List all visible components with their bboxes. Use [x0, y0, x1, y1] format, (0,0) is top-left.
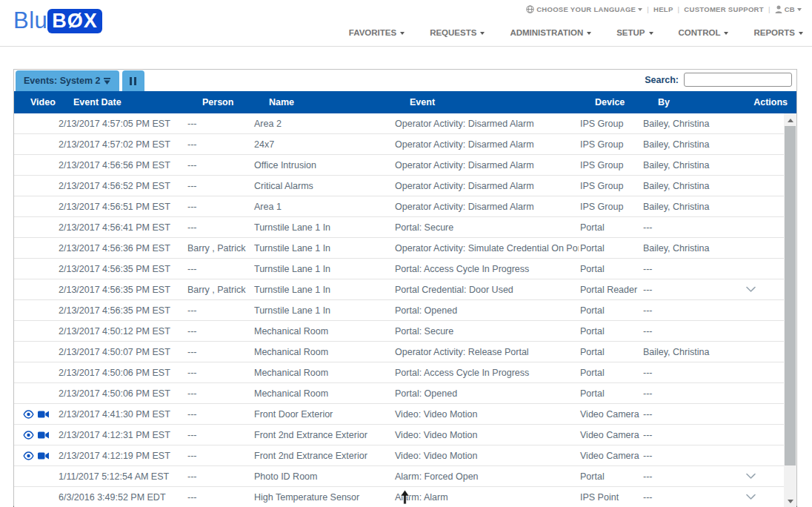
name-cell: Turnstile Lane 1 In: [253, 222, 393, 233]
table-row[interactable]: 2/13/2017 4:50:12 PM EST --- Mechanical …: [14, 321, 784, 342]
event-cell: Operator Activity: Release Portal: [393, 347, 579, 357]
search-input[interactable]: [684, 73, 792, 87]
device-cell: Portal: [579, 347, 642, 357]
event-date-cell: 2/13/2017 4:50:06 PM EST: [57, 388, 186, 399]
column-header-event[interactable]: Event: [393, 97, 579, 107]
column-header-video[interactable]: Video: [14, 97, 57, 107]
device-cell: Portal Reader: [579, 285, 642, 295]
actions-cell: [731, 286, 784, 293]
table-row[interactable]: 2/13/2017 4:56:51 PM EST --- Area 1 Oper…: [14, 196, 784, 217]
event-date-cell: 2/13/2017 4:12:19 PM EST: [57, 451, 186, 461]
person-cell: ---: [186, 264, 253, 274]
nav-item-reports[interactable]: REPORTS: [753, 28, 803, 37]
video-camera-icon[interactable]: [38, 451, 49, 460]
events-panel: Events: System 2 Search: Video Event Dat…: [13, 69, 797, 507]
table-row[interactable]: 2/13/2017 4:57:05 PM EST --- Area 2 Oper…: [14, 113, 784, 134]
tab-events-system-2[interactable]: Events: System 2: [16, 70, 119, 91]
nav-item-setup[interactable]: SETUP: [616, 28, 653, 37]
event-cell: Video: Video Motion: [393, 430, 579, 440]
event-date-cell: 2/13/2017 4:50:06 PM EST: [57, 368, 186, 378]
by-cell: Bailey, Christina: [642, 119, 731, 129]
vertical-scrollbar[interactable]: [784, 113, 796, 507]
help-link[interactable]: HELP: [653, 5, 673, 13]
events-table: Video Event Date Person Name Event Devic…: [14, 91, 796, 507]
scrollbar-thumb[interactable]: [785, 126, 796, 465]
chevron-down-icon[interactable]: [745, 286, 756, 293]
device-cell: IPS Group: [579, 160, 642, 170]
scrollbar-up-icon[interactable]: [784, 113, 796, 126]
user-menu[interactable]: CB: [775, 5, 802, 13]
device-cell: Portal: [579, 305, 642, 316]
blubox-logo[interactable]: Blu BØX: [13, 7, 102, 34]
language-menu[interactable]: CHOOSE YOUR LANGUAGE: [526, 5, 642, 13]
column-header-name[interactable]: Name: [253, 97, 393, 107]
by-cell: Bailey, Christina: [642, 160, 731, 170]
column-header-person[interactable]: Person: [186, 97, 253, 107]
scrollbar-down-icon[interactable]: [784, 495, 796, 507]
table-row[interactable]: 2/13/2017 4:41:30 PM EST --- Front Door …: [14, 404, 784, 425]
caret-down-icon: [649, 32, 653, 37]
table-row[interactable]: 2/13/2017 4:12:19 PM EST --- Front 2nd E…: [14, 445, 784, 466]
person-cell: ---: [186, 326, 253, 337]
event-date-cell: 2/13/2017 4:50:12 PM EST: [57, 326, 186, 337]
name-cell: Critical Alarms: [253, 181, 393, 191]
device-cell: Video Camera: [579, 430, 642, 440]
table-row[interactable]: 2/13/2017 4:50:06 PM EST --- Mechanical …: [14, 383, 784, 404]
video-camera-icon[interactable]: [38, 431, 49, 440]
table-row[interactable]: 2/13/2017 4:56:36 PM EST Barry , Patrick…: [14, 238, 784, 259]
table-row[interactable]: 2/13/2017 4:56:35 PM EST --- Turnstile L…: [14, 259, 784, 279]
user-icon: [775, 5, 782, 13]
table-row[interactable]: 2/13/2017 4:56:56 PM EST --- Office Intr…: [14, 155, 784, 176]
eye-icon[interactable]: [23, 431, 34, 440]
customer-support-link[interactable]: CUSTOMER SUPPORT: [684, 5, 764, 13]
table-row[interactable]: 2/13/2017 4:56:35 PM EST Barry , Patrick…: [14, 279, 784, 300]
chevron-down-icon[interactable]: [745, 473, 756, 480]
table-row[interactable]: 1/11/2017 5:12:54 AM EST --- Photo ID Ro…: [14, 466, 784, 487]
name-cell: Turnstile Lane 1 In: [253, 305, 393, 316]
video-camera-icon[interactable]: [38, 410, 49, 419]
table-body: 2/13/2017 4:57:05 PM EST --- Area 2 Oper…: [14, 113, 784, 507]
eye-icon[interactable]: [23, 451, 34, 460]
table-row[interactable]: 2/13/2017 4:50:07 PM EST --- Mechanical …: [14, 342, 784, 362]
event-date-cell: 2/13/2017 4:56:35 PM EST: [57, 285, 186, 295]
column-header-actions[interactable]: Actions: [731, 97, 796, 107]
by-cell: ---: [642, 264, 731, 274]
chevron-down-icon[interactable]: [745, 494, 756, 500]
nav-item-administration[interactable]: ADMINISTRATION: [510, 28, 591, 37]
event-cell: Alarm: Forced Open: [393, 471, 579, 482]
by-cell: ---: [642, 430, 731, 440]
mouse-cursor: [400, 490, 410, 505]
event-cell: Operator Activity: Disarmed Alarm: [393, 181, 579, 191]
column-header-event-date[interactable]: Event Date: [57, 97, 186, 107]
person-cell: ---: [186, 119, 253, 129]
by-cell: ---: [642, 285, 731, 295]
by-cell: ---: [642, 222, 731, 233]
filter-icon: [103, 77, 111, 85]
person-cell: ---: [186, 409, 253, 420]
event-date-cell: 2/13/2017 4:56:35 PM EST: [57, 264, 186, 274]
name-cell: Turnstile Lane 1 In: [253, 243, 393, 254]
pause-button[interactable]: [122, 70, 144, 91]
event-cell: Operator Activity: Disarmed Alarm: [393, 119, 579, 129]
column-header-by[interactable]: By: [642, 97, 731, 107]
table-row[interactable]: 2/13/2017 4:56:52 PM EST --- Critical Al…: [14, 176, 784, 196]
event-cell: Portal: Secure: [393, 326, 579, 337]
nav-item-requests[interactable]: REQUESTS: [430, 28, 485, 37]
by-cell: Bailey, Christina: [642, 347, 731, 357]
event-date-cell: 2/13/2017 4:12:31 PM EST: [57, 430, 186, 440]
device-cell: Video Camera: [579, 451, 642, 461]
table-row[interactable]: 6/3/2016 3:49:52 PM EDT --- High Tempera…: [14, 487, 784, 507]
user-initials: CB: [785, 5, 795, 13]
table-row[interactable]: 2/13/2017 4:56:35 PM EST --- Turnstile L…: [14, 300, 784, 321]
by-cell: ---: [642, 409, 731, 420]
table-row[interactable]: 2/13/2017 4:50:06 PM EST --- Mechanical …: [14, 362, 784, 383]
table-row[interactable]: 2/13/2017 4:57:02 PM EST --- 24x7 Operat…: [14, 134, 784, 155]
column-header-device[interactable]: Device: [579, 97, 642, 107]
table-row[interactable]: 2/13/2017 4:56:41 PM EST --- Turnstile L…: [14, 217, 784, 238]
name-cell: Turnstile Lane 1 In: [253, 285, 393, 295]
table-row[interactable]: 2/13/2017 4:12:31 PM EST --- Front 2nd E…: [14, 425, 784, 445]
nav-item-control[interactable]: CONTROL: [679, 28, 729, 37]
nav-item-label: ADMINISTRATION: [510, 28, 583, 37]
nav-item-favorites[interactable]: FAVORITES: [349, 28, 405, 37]
eye-icon[interactable]: [23, 410, 34, 419]
